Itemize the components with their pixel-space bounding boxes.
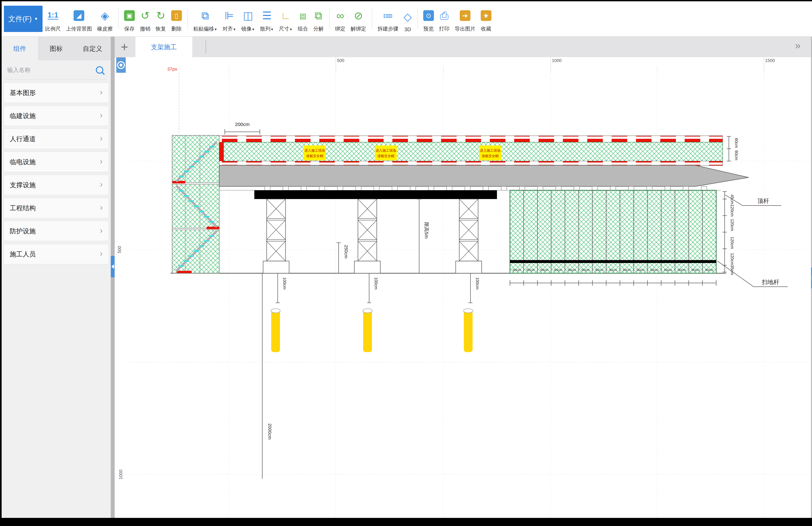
favorite-button[interactable]: ★收藏 bbox=[481, 5, 491, 32]
app-root: 文件(F) ▼ 1:1比例尺◢上传背景图◈橡皮擦▣保存↺撤销↻恢复▯删除⧉粘贴偏… bbox=[0, 0, 812, 526]
align-button[interactable]: ⊫对齐▼ bbox=[222, 5, 236, 32]
3d-button[interactable]: ◇3D bbox=[404, 5, 412, 32]
mirror-icon: ◫ bbox=[243, 7, 253, 24]
scatter-button[interactable]: ☰散列▼ bbox=[260, 5, 274, 32]
canvas-tab-active[interactable]: 支架施工 bbox=[135, 37, 192, 57]
target-icon bbox=[117, 61, 125, 69]
toolbar-items: 1:1比例尺◢上传背景图◈橡皮擦▣保存↺撤销↻恢复▯删除⧉粘贴偏移▼⊫对齐▼◫镜… bbox=[43, 1, 494, 36]
add-tab-button[interactable]: + bbox=[115, 37, 134, 57]
collapse-panel-chevrons-icon[interactable]: » bbox=[795, 40, 801, 51]
left-splitter[interactable] bbox=[111, 37, 115, 518]
svg-text:200cm: 200cm bbox=[235, 121, 250, 127]
sidebar-category-item[interactable]: 基本图形› bbox=[3, 83, 109, 103]
preview-button[interactable]: ⊙预览 bbox=[423, 5, 434, 32]
svg-text:扫地杆: 扫地杆 bbox=[762, 279, 779, 286]
file-menu-button[interactable]: 文件(F) ▼ bbox=[4, 6, 43, 32]
sidebar-category-item[interactable]: 临建设施› bbox=[3, 105, 109, 126]
chevron-right-icon: › bbox=[100, 157, 103, 165]
dimension-icon: ∟ bbox=[281, 7, 291, 24]
redo-icon: ↻ bbox=[156, 7, 165, 24]
save-label: 保存 bbox=[124, 25, 135, 32]
ruler-major-tick bbox=[764, 57, 764, 73]
ruler-origin-button[interactable] bbox=[116, 57, 126, 73]
sidebar-tab-1[interactable]: 组件 bbox=[2, 37, 38, 60]
chevron-right-icon: › bbox=[100, 134, 103, 142]
ruler-minor-tick bbox=[657, 65, 657, 73]
svg-text:120cm: 120cm bbox=[730, 237, 735, 249]
collapse-left-handle[interactable] bbox=[111, 256, 115, 277]
sidebar-category-item[interactable]: 临电设施› bbox=[3, 152, 109, 172]
category-label: 支撑设施 bbox=[10, 180, 36, 189]
sidebar-category-item[interactable]: 支撑设施› bbox=[3, 175, 109, 195]
svg-text:90cm: 90cm bbox=[664, 268, 672, 272]
ungroup-icon: ⧉ bbox=[315, 7, 322, 24]
preview-label: 预览 bbox=[423, 25, 434, 32]
chevron-right-icon: › bbox=[100, 203, 103, 211]
redo-button[interactable]: ↻恢复 bbox=[156, 5, 166, 32]
preview-icon: ⊙ bbox=[423, 7, 434, 24]
build-steps-label: 拆建步骤 bbox=[378, 25, 398, 32]
upload-background-button[interactable]: ◢上传背景图 bbox=[66, 5, 92, 32]
scale-button[interactable]: 1:1比例尺 bbox=[45, 5, 61, 32]
sidebar-category-item[interactable]: 防护设施› bbox=[3, 221, 109, 241]
align-label: 对齐▼ bbox=[222, 25, 236, 32]
undo-button[interactable]: ↺撤销 bbox=[140, 5, 150, 32]
sidebar-category-item[interactable]: 工程结构› bbox=[3, 198, 109, 218]
scaffold-diagram: 进入施工现场请戴安全帽进入施工现场请戴安全帽进入施工现场请戴安全帽200cm60… bbox=[126, 73, 811, 518]
toolbar-separator bbox=[372, 9, 372, 29]
upload-background-icon: ◢ bbox=[74, 7, 84, 24]
svg-text:90cm: 90cm bbox=[568, 268, 576, 272]
component-search[interactable]: 输入名称 bbox=[5, 60, 107, 80]
undo-label: 撤销 bbox=[140, 25, 150, 32]
collapse-right-handle[interactable] bbox=[811, 267, 812, 288]
toolbar-separator bbox=[417, 9, 418, 29]
print-button[interactable]: ⎙打印 bbox=[439, 5, 450, 32]
svg-text:120cm: 120cm bbox=[730, 219, 735, 231]
sidebar-category-item[interactable]: 施工人员› bbox=[3, 244, 109, 264]
svg-text:限高5m: 限高5m bbox=[424, 222, 429, 239]
svg-text:请戴安全帽: 请戴安全帽 bbox=[377, 154, 394, 158]
ungroup-button[interactable]: ⧉分解 bbox=[313, 5, 324, 32]
sidebar-tab-3[interactable]: 自定义 bbox=[74, 37, 111, 60]
bind-button[interactable]: ∞绑定 bbox=[335, 5, 345, 32]
scale-label: 比例尺 bbox=[45, 25, 61, 32]
svg-text:100cm: 100cm bbox=[374, 277, 378, 290]
ruler-number: 500 bbox=[337, 58, 344, 63]
save-button[interactable]: ▣保存 bbox=[124, 5, 135, 32]
scatter-icon: ☰ bbox=[262, 7, 272, 24]
build-steps-button[interactable]: ≔拆建步骤 bbox=[378, 5, 398, 32]
svg-text:90cm: 90cm bbox=[636, 268, 645, 272]
chevron-right-icon: › bbox=[100, 180, 103, 189]
svg-text:90cm: 90cm bbox=[705, 268, 713, 272]
print-icon: ⎙ bbox=[440, 7, 449, 24]
unbind-button[interactable]: ⊘解绑定 bbox=[351, 5, 366, 32]
svg-text:90cm: 90cm bbox=[623, 268, 631, 272]
svg-text:90cm: 90cm bbox=[540, 268, 548, 272]
drag-guide-label: 37px bbox=[167, 67, 177, 72]
paste-offset-button[interactable]: ⧉粘贴偏移▼ bbox=[193, 5, 217, 32]
svg-text:90cm: 90cm bbox=[678, 268, 686, 272]
mirror-button[interactable]: ◫镜像▼ bbox=[241, 5, 255, 32]
export-image-button[interactable]: ➔导出图片 bbox=[455, 5, 476, 32]
export-image-label: 导出图片 bbox=[455, 25, 476, 32]
search-icon[interactable] bbox=[96, 66, 103, 74]
save-icon: ▣ bbox=[124, 7, 135, 24]
vertical-ruler: 5001000 bbox=[115, 73, 126, 518]
sidebar-tab-2[interactable]: 图标 bbox=[38, 37, 74, 60]
drawing-canvas[interactable]: 进入施工现场请戴安全帽进入施工现场请戴安全帽进入施工现场请戴安全帽200cm60… bbox=[126, 73, 811, 518]
delete-button[interactable]: ▯删除 bbox=[171, 5, 182, 32]
ruler-major-tick bbox=[336, 57, 336, 73]
toolbar: 文件(F) ▼ 1:1比例尺◢上传背景图◈橡皮擦▣保存↺撤销↻恢复▯删除⧉粘贴偏… bbox=[2, 1, 812, 37]
svg-text:90cm: 90cm bbox=[609, 268, 617, 272]
svg-text:90cm: 90cm bbox=[554, 268, 562, 272]
unbind-label: 解绑定 bbox=[351, 25, 366, 32]
search-placeholder: 输入名称 bbox=[7, 66, 30, 74]
dimension-button[interactable]: ∟尺寸▼ bbox=[279, 5, 292, 32]
eraser-icon: ◈ bbox=[101, 7, 109, 24]
eraser-button[interactable]: ◈橡皮擦 bbox=[97, 5, 113, 32]
sidebar-category-item[interactable]: 人行通道› bbox=[3, 129, 109, 149]
bind-label: 绑定 bbox=[335, 25, 345, 32]
group-button[interactable]: ⧈组合 bbox=[298, 5, 308, 32]
scale-icon: 1:1 bbox=[47, 7, 58, 24]
export-image-icon: ➔ bbox=[460, 7, 470, 24]
